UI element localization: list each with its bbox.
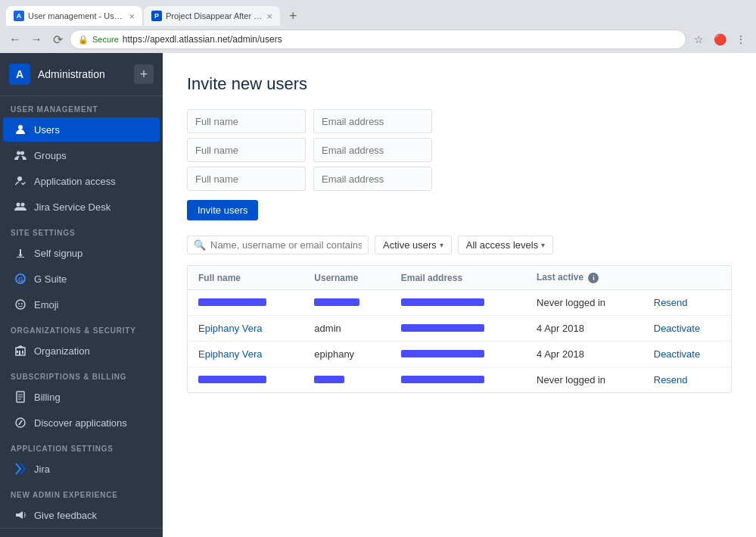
svg-point-10 <box>21 303 23 304</box>
email-input-2[interactable] <box>313 138 432 162</box>
table-row: Epiphany Vera epiphany 4 Apr 2018 Deact <box>188 342 731 367</box>
compass-icon <box>14 416 27 429</box>
sidebar-item-jira-service-desk[interactable]: Jira Service Desk <box>3 195 160 219</box>
col-header-username: Username <box>303 266 390 290</box>
full-name-input-1[interactable] <box>187 109 306 133</box>
extensions-button[interactable]: 🔴 <box>711 30 729 48</box>
cell-email <box>390 367 526 393</box>
deactivate-link-2[interactable]: Deactivate <box>654 323 700 334</box>
sidebar-item-label-g-suite: G Suite <box>34 273 67 285</box>
jira-icon <box>14 462 27 476</box>
bookmark-button[interactable]: ☆ <box>689 30 708 48</box>
tab-title-1: User management - Use... <box>28 11 125 20</box>
sidebar-header: A Administration + <box>0 53 163 96</box>
invite-row-2 <box>187 138 732 162</box>
blurred-email-2 <box>401 324 484 332</box>
svg-marker-20 <box>18 420 23 425</box>
deactivate-link-3[interactable]: Deactivate <box>654 348 700 360</box>
sidebar-item-label-self-signup: Self signup <box>34 248 82 259</box>
svg-rect-12 <box>19 351 20 355</box>
last-active-info-icon[interactable]: i <box>588 273 599 283</box>
g-suite-icon: G <box>14 272 27 286</box>
doc-icon <box>14 390 27 404</box>
create-button[interactable]: + <box>134 64 154 84</box>
blurred-email-4 <box>401 376 484 383</box>
sidebar-item-organization[interactable]: Organization <box>3 339 160 363</box>
cell-username: epiphany <box>303 342 390 367</box>
sidebar-item-label-groups: Groups <box>34 150 67 161</box>
resend-link-4[interactable]: Resend <box>654 374 688 386</box>
cell-full-name: Epiphany Vera <box>188 316 303 342</box>
emoji-icon <box>14 298 27 311</box>
cell-email <box>390 290 526 316</box>
address-bar[interactable]: 🔒 Secure https://apexdl.atlassian.net/ad… <box>70 30 686 49</box>
sidebar-item-jira[interactable]: Jira <box>3 457 160 481</box>
cell-full-name: Epiphany Vera <box>188 342 303 367</box>
full-name-input-3[interactable] <box>187 167 306 191</box>
resend-link-1[interactable]: Resend <box>654 297 688 308</box>
sidebar-item-groups[interactable]: Groups <box>3 143 160 167</box>
cell-username: admin <box>303 316 390 342</box>
section-label-billing: SUBSCRIPTIONS & BILLING <box>0 364 163 384</box>
people-group-icon <box>14 200 27 214</box>
blurred-username-4 <box>314 376 344 383</box>
search-input[interactable] <box>210 239 362 251</box>
access-levels-dropdown[interactable]: All access levels ▾ <box>458 236 553 254</box>
browser-tabs: A User management - Use... × P Project D… <box>0 0 756 26</box>
section-label-org-security: ORGANIZATIONS & SECURITY <box>0 317 163 338</box>
back-button[interactable]: ← <box>6 30 24 48</box>
cell-last-active: 4 Apr 2018 <box>526 316 643 342</box>
col-header-last-active: Last active i <box>526 266 643 290</box>
user-name-link-3[interactable]: Epiphany Vera <box>198 348 263 360</box>
refresh-button[interactable]: ⟳ <box>48 30 67 48</box>
sidebar-title: Administration <box>38 68 105 80</box>
sidebar-item-label-organization: Organization <box>34 345 90 357</box>
sidebar-item-billing[interactable]: Billing <box>3 385 160 409</box>
cell-action: Resend <box>643 290 731 316</box>
sidebar-item-application-access[interactable]: Application access <box>3 169 160 193</box>
cell-username <box>303 290 390 316</box>
cell-email <box>390 342 526 367</box>
sidebar-item-label-jira-service-desk: Jira Service Desk <box>34 201 110 213</box>
users-table-wrapper: Full name Username Email address Last ac… <box>187 265 732 393</box>
browser-tab-1[interactable]: A User management - Use... × <box>6 6 142 26</box>
user-name-link-2[interactable]: Epiphany Vera <box>198 323 263 334</box>
active-users-dropdown[interactable]: Active users ▾ <box>375 236 452 254</box>
sidebar-item-label-give-feedback: Give feedback <box>34 510 97 521</box>
full-name-input-2[interactable] <box>187 138 306 162</box>
email-input-1[interactable] <box>313 109 432 133</box>
cell-action: Resend <box>643 367 731 393</box>
sidebar-item-self-signup[interactable]: Self signup <box>3 241 160 265</box>
svg-rect-14 <box>17 351 18 353</box>
active-users-label: Active users <box>383 239 437 251</box>
sidebar-item-g-suite[interactable]: G G Suite <box>3 267 160 291</box>
invite-users-button[interactable]: Invite users <box>187 200 258 220</box>
invite-fields <box>187 109 732 191</box>
sidebar-item-give-feedback[interactable]: Give feedback <box>3 503 160 527</box>
sidebar-footer: ☰ ? EV <box>0 528 163 537</box>
filters-row: 🔍 Active users ▾ All access levels ▾ <box>187 236 732 254</box>
atlassian-logo[interactable]: A <box>9 64 30 85</box>
section-label-app-settings: APPLICATION SETTINGS <box>0 436 163 456</box>
browser-tab-2[interactable]: P Project Disappear After D... × <box>144 6 280 26</box>
invite-section: Invite users <box>187 109 732 220</box>
forward-button[interactable]: → <box>27 30 45 48</box>
tab-close-2[interactable]: × <box>266 11 272 22</box>
table-row: Never logged in Resend <box>188 367 731 393</box>
email-input-3[interactable] <box>313 167 432 191</box>
arrow-in-icon <box>14 246 27 260</box>
sidebar-item-discover-applications[interactable]: Discover applications <box>3 411 160 435</box>
sidebar: A Administration + USER MANAGEMENT Users… <box>0 53 163 537</box>
tab-close-1[interactable]: × <box>129 11 135 22</box>
menu-button[interactable]: ⋮ <box>732 30 750 48</box>
sidebar-item-emoji[interactable]: Emoji <box>3 292 160 317</box>
sidebar-item-label-emoji: Emoji <box>34 299 59 311</box>
sidebar-item-label-users: Users <box>34 124 60 136</box>
person-icon <box>14 123 27 136</box>
section-label-user-management: USER MANAGEMENT <box>0 96 163 117</box>
search-box[interactable]: 🔍 <box>187 236 369 254</box>
sidebar-item-users[interactable]: Users <box>3 117 160 142</box>
svg-rect-13 <box>22 351 23 354</box>
browser-toolbar-right: ☆ 🔴 ⋮ <box>689 30 750 48</box>
new-tab-button[interactable]: + <box>282 6 305 26</box>
